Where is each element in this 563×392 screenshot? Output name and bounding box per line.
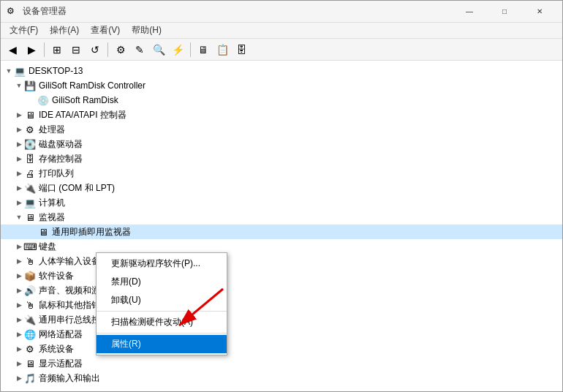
toolbar-collapse[interactable]: ⊟ — [67, 41, 85, 59]
root-label: DESKTOP-13 — [29, 66, 83, 76]
tree-item-mouse[interactable]: ▶ 🖱 鼠标和其他指针设备 — [1, 298, 562, 312]
tree-content[interactable]: ▼ 💻 DESKTOP-13 ▼ 💾 GiliSoft RamDisk Cont… — [1, 61, 562, 391]
print-label: 打印队列 — [39, 167, 74, 180]
toolbar-update[interactable]: ✎ — [131, 41, 148, 59]
toolbar-extra2[interactable]: 📋 — [214, 41, 231, 59]
tree-item-disk[interactable]: ▶ 💽 磁盘驱动器 — [1, 137, 562, 151]
tree-item-gilisoft-controller[interactable]: ▼ 💾 GiliSoft RamDisk Controller — [1, 78, 562, 93]
toolbar-back[interactable]: ◀ — [4, 41, 21, 59]
disk-icon: 💽 — [24, 138, 36, 150]
tree-root[interactable]: ▼ 💻 DESKTOP-13 — [1, 64, 562, 78]
toolbar-separator-3 — [190, 42, 191, 57]
toolbar-extra1[interactable]: 🖥 — [194, 41, 212, 59]
disk-label: 磁盘驱动器 — [39, 138, 83, 151]
toolbar-separator-2 — [107, 42, 108, 57]
minimize-button[interactable]: — — [453, 1, 486, 23]
title-bar: ⚙ 设备管理器 — □ ✕ — [1, 1, 562, 23]
tree-item-network[interactable]: ▶ 🌐 网络适配器 — [1, 327, 562, 342]
toolbar-scan[interactable]: 🔍 — [150, 41, 167, 59]
device-manager-window: ⚙ 设备管理器 — □ ✕ 文件(F) 操作(A) 查看(V) 帮助(H) ◀ … — [0, 0, 563, 392]
toolbar-extra3[interactable]: 🗄 — [233, 41, 250, 59]
tree-item-storage[interactable]: ▶ 🗄 存储控制器 — [1, 151, 562, 166]
tree-item-print[interactable]: ▶ 🖨 打印队列 — [1, 166, 562, 181]
tree-item-port[interactable]: ▶ 🔌 端口 (COM 和 LPT) — [1, 181, 562, 195]
system-label: 系统设备 — [39, 343, 74, 355]
tree-item-cpu[interactable]: ▶ ⚙ 处理器 — [1, 122, 562, 137]
ide-icon: 🖥 — [24, 109, 36, 121]
gilisoft-controller-icon: 💾 — [24, 80, 36, 91]
toggle-hid: ▶ — [14, 256, 24, 266]
toggle-cpu: ▶ — [14, 124, 24, 135]
toggle-port: ▶ — [14, 183, 24, 193]
menu-bar: 文件(F) 操作(A) 查看(V) 帮助(H) — [1, 23, 562, 39]
toolbar-forward[interactable]: ▶ — [23, 41, 40, 59]
software-icon: 📦 — [24, 270, 36, 282]
toggle-display: ▶ — [14, 358, 24, 369]
toggle-print: ▶ — [14, 168, 24, 178]
pnp-monitor-label: 通用即插即用监视器 — [52, 226, 131, 238]
tree-item-software[interactable]: ▶ 📦 软件设备 — [1, 268, 562, 283]
network-label: 网络适配器 — [39, 328, 83, 341]
pnp-monitor-icon: 🖥 — [37, 226, 49, 238]
storage-label: 存储控制器 — [39, 153, 83, 165]
toolbar-separator-1 — [44, 42, 45, 57]
tree-item-pnp-monitor[interactable]: 🖥 通用即插即用监视器 — [1, 225, 562, 239]
gilisoft-controller-label: GiliSoft RamDisk Controller — [39, 80, 146, 91]
tree-item-hid[interactable]: ▶ 🖱 人体学输入设备 — [1, 254, 562, 268]
close-button[interactable]: ✕ — [523, 1, 556, 23]
keyboard-icon: ⌨ — [24, 241, 36, 252]
toolbar-properties[interactable]: ⚙ — [112, 41, 129, 59]
toolbar-refresh[interactable]: ↺ — [86, 41, 104, 59]
print-icon: 🖨 — [24, 167, 36, 179]
tree-item-monitor-group[interactable]: ▼ 🖥 监视器 — [1, 210, 562, 225]
display-label: 显示适配器 — [39, 358, 83, 370]
toggle-audio: ▶ — [14, 285, 24, 295]
software-label: 软件设备 — [39, 270, 74, 282]
audio-io-icon: 🎵 — [24, 372, 36, 384]
tree-item-usb[interactable]: ▶ 🔌 通用串行总线控制器 — [1, 312, 562, 327]
maximize-button[interactable]: □ — [488, 1, 521, 23]
tree-item-computer[interactable]: ▶ 💻 计算机 — [1, 195, 562, 210]
ctx-disable[interactable]: 禁用(D) — [97, 273, 227, 291]
computer-icon: 💻 — [24, 197, 36, 208]
menu-file[interactable]: 文件(F) — [4, 23, 44, 39]
menu-view[interactable]: 查看(V) — [85, 23, 126, 39]
tree-item-audio[interactable]: ▶ 🔊 声音、视频和游戏控制器 — [1, 283, 562, 298]
menu-help[interactable]: 帮助(H) — [126, 23, 167, 39]
hid-icon: 🖱 — [24, 255, 36, 267]
system-icon: ⚙ — [24, 343, 36, 355]
toggle-system: ▶ — [14, 344, 24, 354]
context-menu: 更新驱动程序软件(P)... 禁用(D) 卸载(U) 扫描检测硬件改动(A) 属… — [96, 252, 227, 355]
menu-action[interactable]: 操作(A) — [44, 23, 85, 39]
tree-item-display[interactable]: ▶ 🖥 显示适配器 — [1, 356, 562, 371]
toolbar-expand[interactable]: ⊞ — [48, 41, 66, 59]
toggle-root: ▼ — [4, 66, 14, 76]
tree-item-audio-io[interactable]: ▶ 🎵 音频输入和输出 — [1, 371, 562, 385]
ctx-scan[interactable]: 扫描检测硬件改动(A) — [97, 313, 227, 331]
computer-label: 计算机 — [39, 197, 65, 209]
toggle-computer: ▶ — [14, 197, 24, 208]
tree-item-ide[interactable]: ▶ 🖥 IDE ATA/ATAPI 控制器 — [1, 108, 562, 122]
window-icon: ⚙ — [7, 6, 18, 18]
ctx-properties[interactable]: 属性(R) — [97, 335, 227, 353]
tree-item-keyboard[interactable]: ▶ ⌨ 键盘 — [1, 239, 562, 254]
mouse-icon: 🖱 — [24, 299, 36, 311]
ctx-uninstall[interactable]: 卸载(U) — [97, 291, 227, 309]
storage-icon: 🗄 — [24, 153, 36, 165]
cpu-label: 处理器 — [39, 124, 65, 136]
port-label: 端口 (COM 和 LPT) — [39, 182, 115, 195]
ctx-update-driver[interactable]: 更新驱动程序软件(P)... — [97, 255, 227, 273]
toggle-monitor: ▼ — [14, 212, 24, 222]
toggle-network: ▶ — [14, 329, 24, 339]
display-icon: 🖥 — [24, 358, 36, 369]
hid-label: 人体学输入设备 — [39, 255, 100, 268]
toggle-gilisoft: ▼ — [14, 80, 24, 91]
tree-item-gilisoft-ramdisk[interactable]: 💿 GiliSoft RamDisk — [1, 93, 562, 108]
toggle-ide: ▶ — [14, 110, 24, 120]
toolbar-uninstall[interactable]: ⚡ — [169, 41, 186, 59]
audio-icon: 🔊 — [24, 284, 36, 296]
toggle-software: ▶ — [14, 271, 24, 281]
tree-item-system[interactable]: ▶ ⚙ 系统设备 — [1, 342, 562, 356]
network-icon: 🌐 — [24, 328, 36, 340]
toggle-audio-io: ▶ — [14, 373, 24, 383]
